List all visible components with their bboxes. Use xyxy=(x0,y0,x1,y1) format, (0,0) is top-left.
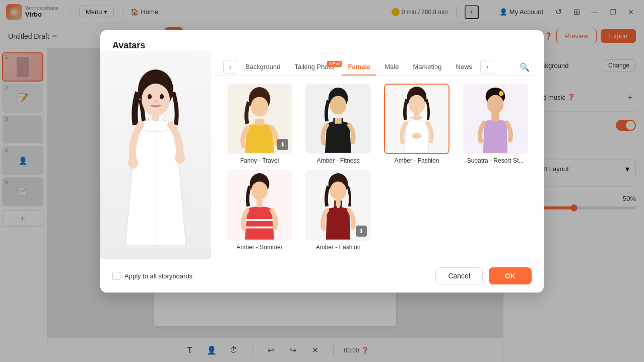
avatar-amber-fashion-svg xyxy=(385,84,448,154)
svg-point-12 xyxy=(251,97,269,116)
svg-point-37 xyxy=(330,182,347,200)
modal-body: ‹ Background Talking Photo NEW Female Ma… xyxy=(100,51,544,259)
svg-point-9 xyxy=(175,152,185,164)
avatar-amber-fitness-svg xyxy=(306,84,370,154)
svg-rect-30 xyxy=(491,112,499,121)
footer-buttons: Cancel OK xyxy=(435,267,532,284)
svg-point-8 xyxy=(128,157,138,169)
tab-female[interactable]: Female xyxy=(342,59,376,76)
tab-next-arrow[interactable]: › xyxy=(480,60,494,74)
avatar-img-amber-fashion-2: ⬇ xyxy=(305,170,371,241)
tab-news[interactable]: News xyxy=(450,59,479,76)
preview-avatar-svg xyxy=(105,59,206,251)
svg-rect-34 xyxy=(256,199,263,207)
avatars-modal: Avatars xyxy=(100,30,544,293)
modal-header: Avatars xyxy=(100,30,544,51)
modal-overlay: Avatars xyxy=(0,0,644,362)
modal-footer: Apply to all storyboards Cancel OK xyxy=(100,259,544,293)
avatar-grid: ⬇ Fanny - Travel xyxy=(215,76,540,259)
svg-point-6 xyxy=(160,94,164,99)
svg-rect-19 xyxy=(335,118,342,124)
tab-male[interactable]: Male xyxy=(378,59,405,76)
cancel-button[interactable]: Cancel xyxy=(435,267,483,284)
avatar-supatra-resort-svg xyxy=(464,84,527,154)
avatar-card-amber-fashion[interactable]: Amber - Fashion xyxy=(380,84,453,164)
tab-background[interactable]: Background xyxy=(239,59,286,76)
modal-right: ‹ Background Talking Photo NEW Female Ma… xyxy=(211,51,544,259)
svg-rect-13 xyxy=(254,119,264,126)
avatar-download-fanny[interactable]: ⬇ xyxy=(277,139,288,150)
svg-rect-23 xyxy=(414,112,420,120)
avatar-img-fanny-travel: ⬇ xyxy=(227,84,292,154)
ok-button[interactable]: OK xyxy=(489,267,532,284)
svg-point-22 xyxy=(409,95,425,114)
tab-prev-arrow[interactable]: ‹ xyxy=(223,60,237,74)
avatar-name-amber-fashion-2: Amber - Fashion xyxy=(316,244,361,251)
tab-talking-photo[interactable]: Talking Photo NEW xyxy=(288,59,340,76)
avatar-amber-summer-svg xyxy=(228,170,291,241)
svg-rect-40 xyxy=(336,199,341,206)
avatar-card-amber-summer[interactable]: Amber - Summer xyxy=(223,170,296,251)
avatar-img-amber-summer xyxy=(227,170,292,241)
avatar-preview xyxy=(100,51,211,259)
avatar-img-supatra-resort xyxy=(463,84,528,154)
svg-point-5 xyxy=(148,94,152,99)
avatar-name-supatra-resort: Supatra - Resort St... xyxy=(467,157,524,164)
modal-title: Avatars xyxy=(112,40,532,51)
avatar-card-amber-fashion-2[interactable]: ⬇ Amber - Fashion xyxy=(302,170,374,251)
apply-all-checkbox[interactable] xyxy=(112,272,120,280)
avatar-name-amber-summer: Amber - Summer xyxy=(236,244,282,251)
svg-point-16 xyxy=(330,96,347,114)
avatar-img-amber-fitness xyxy=(305,84,371,154)
avatar-download-amber-fashion-2[interactable]: ⬇ xyxy=(356,226,367,237)
avatar-card-amber-fitness[interactable]: Amber - Fitness xyxy=(302,84,374,164)
svg-point-29 xyxy=(487,95,504,114)
svg-point-4 xyxy=(142,84,170,116)
tab-search-icon[interactable]: 🔍 xyxy=(518,60,532,74)
tab-marketing[interactable]: Marketing xyxy=(407,59,447,76)
apply-all-label[interactable]: Apply to all storyboards xyxy=(112,272,192,280)
svg-point-28 xyxy=(499,91,504,96)
avatar-card-fanny-travel[interactable]: ⬇ Fanny - Travel xyxy=(223,84,296,164)
svg-point-33 xyxy=(251,182,268,200)
avatar-name-fanny-travel: Fanny - Travel xyxy=(240,157,279,164)
avatar-card-supatra-resort[interactable]: Supatra - Resort St... xyxy=(459,84,532,164)
tabs-row: ‹ Background Talking Photo NEW Female Ma… xyxy=(215,51,540,76)
avatar-img-amber-fashion xyxy=(384,84,449,154)
apply-all-text: Apply to all storyboards xyxy=(124,272,192,280)
avatar-name-amber-fitness: Amber - Fitness xyxy=(317,157,360,164)
svg-point-24 xyxy=(412,133,421,139)
avatar-name-amber-fashion: Amber - Fashion xyxy=(395,157,439,164)
new-badge-tag: NEW xyxy=(327,61,342,67)
